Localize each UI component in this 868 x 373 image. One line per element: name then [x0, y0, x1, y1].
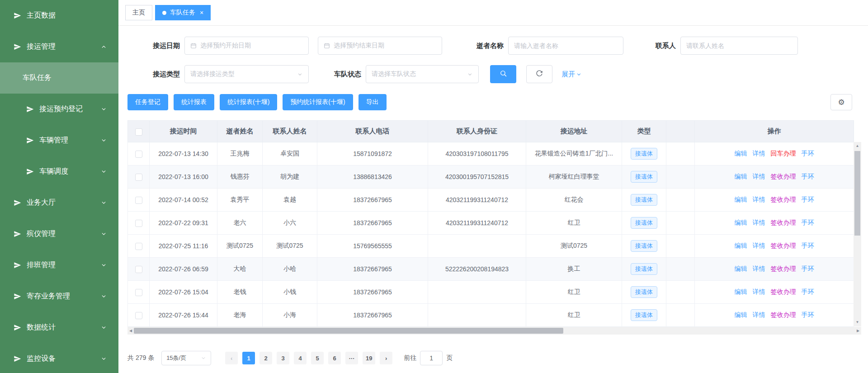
action-link-回车办理[interactable]: 回车办理	[771, 150, 796, 157]
vertical-scrollbar[interactable]: ▲ ▼	[854, 142, 861, 326]
search-button[interactable]	[490, 65, 516, 83]
row-checkbox[interactable]	[135, 174, 142, 181]
cell-contact-id-card	[428, 304, 526, 327]
date-start-input[interactable]: 选择预约开始日期	[184, 37, 309, 55]
sidebar-item-数据统计[interactable]: 数据统计	[0, 312, 118, 343]
page-button-3[interactable]: 3	[277, 352, 289, 364]
action-link-签收办理[interactable]: 签收办理	[771, 173, 796, 180]
action-link-签收办理[interactable]: 签收办理	[771, 311, 796, 318]
sidebar-item-业务大厅[interactable]: 业务大厅	[0, 187, 118, 218]
pickup-type-select[interactable]: 请选择接运类型	[184, 65, 309, 83]
row-checkbox[interactable]	[135, 266, 142, 273]
row-checkbox[interactable]	[135, 289, 142, 296]
row-checkbox[interactable]	[135, 312, 142, 319]
contact-field[interactable]	[680, 37, 798, 55]
date-end-input[interactable]: 选择预约结束日期	[318, 37, 442, 55]
action-link-详情[interactable]: 详情	[753, 311, 765, 318]
deceased-name-field[interactable]	[508, 37, 623, 55]
action-link-编辑[interactable]: 编辑	[735, 265, 747, 272]
scroll-up-arrow-icon[interactable]: ▲	[854, 143, 861, 149]
page-button-4[interactable]: 4	[294, 352, 307, 364]
sidebar-item-接运预约登记[interactable]: 接运预约登记	[0, 94, 118, 125]
toolbar-button-统计报表[interactable]: 统计报表	[174, 94, 214, 110]
column-settings-button[interactable]: ⚙	[830, 94, 852, 110]
action-link-签收办理[interactable]: 签收办理	[771, 219, 796, 226]
action-link-编辑[interactable]: 编辑	[735, 242, 747, 249]
sidebar-item-接运管理[interactable]: 接运管理	[0, 31, 118, 62]
page-size-select[interactable]: 15条/页	[161, 351, 211, 365]
sidebar-item-监控设备[interactable]: 监控设备	[0, 343, 118, 373]
action-link-详情[interactable]: 详情	[753, 288, 765, 295]
expand-link[interactable]: 展开	[561, 70, 582, 79]
sidebar-item-殡仪管理[interactable]: 殡仪管理	[0, 218, 118, 250]
row-checkbox[interactable]	[135, 220, 142, 227]
action-link-详情[interactable]: 详情	[753, 265, 765, 272]
action-link-签收办理[interactable]: 签收办理	[771, 265, 796, 272]
tab-home[interactable]: 主页	[125, 5, 152, 20]
cell-deceased-name: 老六	[217, 212, 263, 235]
page-button-19[interactable]: 19	[363, 352, 375, 364]
action-toolbar: 任务登记统计报表统计报表(十堰)预约统计报表(十堰)导出 ⚙	[118, 94, 868, 110]
action-link-签收办理[interactable]: 签收办理	[771, 196, 796, 203]
action-link-手环[interactable]: 手环	[802, 311, 814, 318]
page-ellipsis-button[interactable]: ···	[345, 352, 358, 364]
contact-input[interactable]	[686, 42, 792, 49]
action-link-详情[interactable]: 详情	[753, 219, 765, 226]
page-button-2[interactable]: 2	[259, 352, 272, 364]
action-link-手环[interactable]: 手环	[802, 150, 814, 157]
next-page-button[interactable]: ›	[380, 352, 392, 364]
tab-fleet-tasks[interactable]: 车队任务 ×	[155, 5, 211, 20]
sidebar-item-排班管理[interactable]: 排班管理	[0, 250, 118, 281]
action-link-编辑[interactable]: 编辑	[735, 196, 747, 203]
action-link-详情[interactable]: 详情	[753, 173, 765, 180]
scroll-left-arrow-icon[interactable]: ◀	[127, 327, 134, 335]
page-button-5[interactable]: 5	[311, 352, 324, 364]
scroll-right-arrow-icon[interactable]: ▶	[855, 327, 861, 335]
toolbar-button-任务登记[interactable]: 任务登记	[127, 94, 168, 110]
page-button-1[interactable]: 1	[242, 352, 255, 364]
sidebar-item-车队任务[interactable]: 车队任务	[0, 62, 118, 94]
fleet-status-select[interactable]: 请选择车队状态	[366, 65, 479, 83]
sidebar-item-车辆调度[interactable]: 车辆调度	[0, 156, 118, 187]
select-all-checkbox[interactable]	[135, 128, 142, 136]
action-link-手环[interactable]: 手环	[802, 288, 814, 295]
action-link-编辑[interactable]: 编辑	[735, 219, 747, 226]
action-link-详情[interactable]: 详情	[753, 196, 765, 203]
cell-pickup-time: 2022-07-25 11:16	[150, 235, 217, 258]
sidebar-item-主页数据[interactable]: 主页数据	[0, 0, 118, 31]
action-link-编辑[interactable]: 编辑	[735, 311, 747, 318]
toolbar-button-导出[interactable]: 导出	[359, 94, 387, 110]
close-icon[interactable]: ×	[200, 9, 203, 16]
action-link-详情[interactable]: 详情	[753, 150, 765, 157]
vertical-scroll-thumb[interactable]	[854, 151, 860, 236]
row-checkbox[interactable]	[135, 151, 142, 158]
header-select-all-cell	[128, 121, 150, 142]
action-link-详情[interactable]: 详情	[753, 242, 765, 249]
deceased-name-input[interactable]	[514, 42, 618, 49]
action-link-手环[interactable]: 手环	[802, 173, 814, 180]
action-link-手环[interactable]: 手环	[802, 242, 814, 249]
action-link-编辑[interactable]: 编辑	[735, 288, 747, 295]
prev-page-button[interactable]: ‹	[225, 352, 238, 364]
action-link-签收办理[interactable]: 签收办理	[771, 242, 796, 249]
sidebar-item-车辆管理[interactable]: 车辆管理	[0, 125, 118, 156]
action-link-签收办理[interactable]: 签收办理	[771, 288, 796, 295]
row-checkbox[interactable]	[135, 243, 142, 250]
chevron-down-icon	[101, 356, 107, 362]
horizontal-scroll-thumb[interactable]	[134, 328, 563, 334]
row-checkbox[interactable]	[135, 197, 142, 204]
horizontal-scrollbar[interactable]: ◀ ▶	[127, 327, 861, 335]
action-link-手环[interactable]: 手环	[802, 265, 814, 272]
refresh-button[interactable]	[526, 65, 552, 83]
toolbar-button-统计报表(十堰)[interactable]: 统计报表(十堰)	[220, 94, 277, 110]
scroll-down-arrow-icon[interactable]: ▼	[854, 319, 861, 326]
action-link-手环[interactable]: 手环	[802, 219, 814, 226]
toolbar-button-预约统计报表(十堰)[interactable]: 预约统计报表(十堰)	[283, 94, 353, 110]
action-link-手环[interactable]: 手环	[802, 196, 814, 203]
page-button-6[interactable]: 6	[328, 352, 341, 364]
cell-contact-id-card: 420321199311240712	[428, 212, 526, 235]
action-link-编辑[interactable]: 编辑	[735, 150, 747, 157]
sidebar-item-寄存业务管理[interactable]: 寄存业务管理	[0, 281, 118, 312]
action-link-编辑[interactable]: 编辑	[735, 173, 747, 180]
goto-page-input[interactable]	[420, 351, 443, 365]
